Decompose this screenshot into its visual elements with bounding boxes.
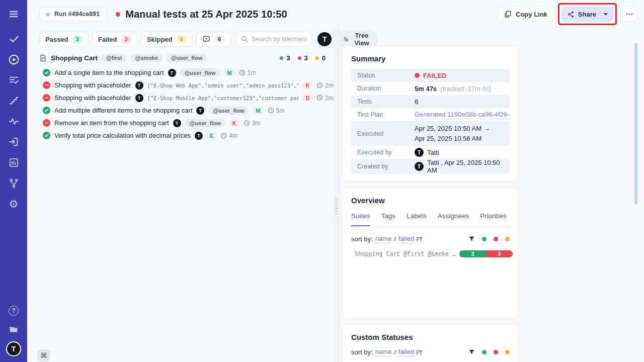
clock-icon (316, 82, 323, 88)
pulse-activity-icon[interactable] (7, 115, 20, 128)
filter-funnel-icon[interactable] (468, 349, 475, 355)
summary-row-test-plan: Test Plan Generated 1190e08b-ca96-4f26-b… (351, 108, 510, 121)
share-icon (567, 11, 575, 18)
assignee-avatar: T (196, 107, 204, 115)
failed-filter-dot[interactable] (494, 237, 498, 241)
passed-dot (280, 56, 283, 60)
overview-card: Overview Suites Tags Labels Assignees Pr… (343, 188, 518, 318)
test-row[interactable]: Verify total price calculation with deci… (39, 129, 334, 142)
passed-check-icon (43, 69, 50, 76)
executed-to: Apr 25, 2025 10:56 AM (415, 135, 481, 142)
analytics-chart-icon[interactable] (7, 156, 20, 169)
summary-title: Summary (351, 54, 510, 63)
run-back-button[interactable]: « Run #494ce891 (39, 7, 106, 21)
tab-tags[interactable]: Tags (381, 212, 396, 226)
sort-by-name-link[interactable]: name (375, 348, 392, 356)
tab-assignees[interactable]: Assignees (438, 212, 469, 226)
filter-passed[interactable]: Passed 3 (39, 32, 89, 47)
projects-folder-icon[interactable] (7, 323, 20, 336)
tab-priorities[interactable]: Priorities (480, 212, 507, 226)
suite-tag[interactable]: @first (102, 54, 127, 62)
sort-direction-icon[interactable] (416, 349, 423, 356)
priority-badge: E (207, 132, 216, 139)
tab-suites[interactable]: Suites (351, 212, 370, 226)
passed-filter-dot[interactable] (482, 237, 487, 241)
assignee-avatar[interactable]: T (317, 32, 332, 46)
assignee-avatar: T (135, 94, 143, 102)
assignee-avatar: T (168, 69, 176, 77)
test-duration: 2m (316, 95, 334, 102)
tests-check-icon[interactable] (7, 32, 20, 45)
passed-count-badge: 3 (72, 35, 83, 43)
clock-icon (239, 69, 246, 76)
passed-label: Passed (45, 36, 68, 43)
skipped-dot (315, 56, 319, 60)
test-plan-link[interactable]: Generated 1190e08b-ca96-4f26-b10f-d6dc… (415, 111, 510, 119)
summary-row-tests: Tests 6 (351, 95, 510, 108)
share-label: Share (578, 11, 596, 18)
settings-gear-icon[interactable] (7, 197, 20, 210)
failed-minus-icon (43, 119, 50, 127)
steps-icon[interactable] (7, 94, 20, 107)
branch-icon[interactable] (7, 176, 20, 190)
custom-statuses-sort-row: sort by: name / failed (351, 348, 510, 356)
failed-dot (415, 73, 420, 78)
suite-tag[interactable]: @smoke (131, 54, 163, 62)
sidebar-bottom: T (7, 304, 20, 355)
test-row[interactable]: Add multiple different items to the shop… (39, 104, 334, 117)
suite-tag[interactable]: @user_flow (167, 54, 207, 62)
help-icon[interactable] (7, 304, 20, 317)
filter-skipped[interactable]: Skipped 0 (141, 32, 193, 47)
suite-header[interactable]: Shopping Cart @first @smoke @user_flow 3… (39, 52, 334, 64)
account-avatar[interactable]: T (7, 342, 20, 355)
more-options-button[interactable]: ⋯ (621, 7, 637, 22)
test-duration: 3m (244, 120, 261, 127)
runs-play-circle-icon[interactable] (7, 53, 20, 66)
share-button[interactable]: Share (561, 7, 613, 22)
share-annotation-box: Share (558, 3, 617, 25)
sort-by-failed-link[interactable]: failed (398, 235, 414, 243)
filter-failed[interactable]: Failed 3 (92, 32, 137, 47)
sort-by-failed-link[interactable]: failed (398, 348, 414, 356)
search-box (236, 32, 311, 47)
test-row[interactable]: Shopping with placeholder T ["E-Shop Web… (39, 79, 334, 92)
copy-link-button[interactable]: Copy Link (497, 7, 554, 22)
test-tag[interactable]: @user_flow (208, 106, 249, 115)
tests-count: 6 (415, 98, 418, 106)
sort-by-name-link[interactable]: name (375, 235, 392, 243)
tracked-duration: (tracked: 17m 0s) (440, 85, 491, 93)
skipped-filter-dot[interactable] (505, 237, 510, 241)
passed-filter-dot[interactable] (482, 350, 487, 354)
import-sign-in-icon[interactable] (7, 135, 20, 148)
splitter-drag-handle[interactable] (335, 198, 338, 215)
tab-labels[interactable]: Labels (407, 212, 427, 226)
test-tag[interactable]: @user_flow (180, 68, 220, 77)
failed-dot (298, 56, 301, 60)
sort-direction-icon[interactable] (416, 236, 423, 243)
sidebar-nav (7, 32, 20, 210)
test-tag[interactable]: @user_flow (185, 119, 225, 127)
test-duration: 4m (220, 132, 237, 139)
status-badge: FAILED (415, 72, 446, 79)
failed-count-badge: 3 (121, 35, 131, 43)
test-plans-list-check-icon[interactable] (7, 73, 20, 86)
overview-suite-row[interactable]: Shopping Cart @first @smoke … 3 3 (351, 250, 510, 257)
filter-comments[interactable]: 6 (196, 32, 230, 47)
custom-statuses-card: Custom Statuses sort by: name / failed (343, 325, 518, 362)
skipped-filter-dot[interactable] (505, 350, 510, 354)
comment-plus-icon (202, 35, 210, 43)
test-row[interactable]: Remove an item from the shopping cart T … (39, 117, 334, 129)
menu-icon[interactable] (7, 8, 20, 21)
summary-row-executed: Executed Apr 25, 2025 10:50 AM → Apr 25,… (351, 121, 510, 146)
test-row[interactable]: Add a single item to the shopping cart T… (39, 66, 334, 79)
failed-filter-dot[interactable] (494, 350, 498, 354)
filter-funnel-icon[interactable] (468, 236, 475, 242)
user-avatar: T (415, 148, 424, 157)
app-root: T « Run #494ce891 Manual tests at 25 Apr… (0, 0, 644, 362)
overview-suite-name: Shopping Cart @first @smoke … (355, 250, 456, 257)
test-row[interactable]: Shopping with placeholder T ["E-Shop Mob… (39, 92, 334, 104)
custom-statuses-title: Custom Statuses (351, 333, 510, 341)
panel-scrollbar-thumb[interactable] (634, 43, 637, 205)
summary-table: Status FAILED Duration 5m 47s (tracked: … (351, 69, 510, 174)
keyboard-shortcuts-button[interactable]: ⌘ (37, 349, 50, 361)
